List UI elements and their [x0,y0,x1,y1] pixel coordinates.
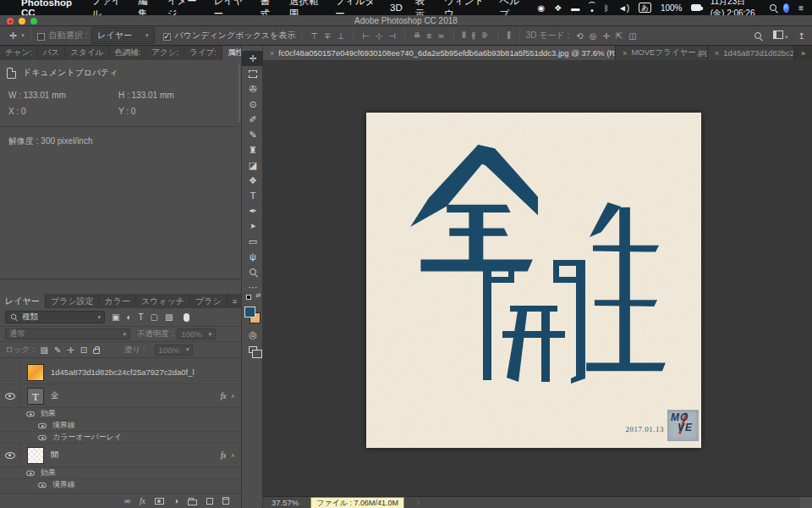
3d-camera-icon[interactable]: ◫ [628,31,636,41]
3d-roll-icon[interactable]: ◎ [590,31,597,41]
tab-layers[interactable]: レイヤー [0,294,46,308]
delete-layer-icon[interactable] [222,497,229,505]
filter-pixel-layers-icon[interactable]: ▣ [112,312,119,322]
layer-row-hidden-image[interactable]: 1d45a873d1d82bc24cf25a7927c2da0f_l [0,361,241,384]
effect-stroke-row[interactable]: 境界線 [0,420,241,432]
tab-overflow-icon[interactable]: » [794,46,812,60]
default-swap-colors-icon[interactable] [242,295,264,301]
filter-adjustment-layers-icon[interactable]: ◐ [126,312,131,322]
status-chevron-icon[interactable]: 〉 [416,497,425,508]
tool-preset-chevron-icon[interactable]: ▾ [21,32,25,39]
distribute-spacing-icon[interactable]: ⫼ [507,30,511,41]
new-group-icon[interactable] [188,500,197,505]
tab-paths[interactable]: パス [38,46,65,60]
lock-transparent-pixels-icon[interactable]: ▨ [40,345,47,355]
rectangular-marquee-tool[interactable] [242,66,264,81]
blend-mode-dropdown[interactable]: 通常▾ [5,329,130,340]
rectangle-tool[interactable]: ▭ [242,234,264,249]
layer-filter-dropdown[interactable]: 種類 ▾ [5,311,105,323]
align-vertical-centers-icon[interactable]: ∓ [324,31,331,41]
3d-orbit-icon[interactable]: ⟲ [576,31,583,41]
notification-center-icon[interactable]: ≡ [798,3,804,13]
effects-row[interactable]: 効果 [0,467,241,479]
panel-menu-icon[interactable]: ≡ [233,49,236,58]
lock-artboard-icon[interactable]: ⊡ [80,345,87,355]
spotlight-icon[interactable] [769,3,775,13]
auto-select-dropdown[interactable]: レイヤー▾ [91,27,154,44]
share-icon[interactable]: ↥ [798,31,805,41]
bounding-box-checkbox[interactable] [163,33,171,41]
move-tool-preset-icon[interactable]: ✛ [7,30,19,41]
layer-thumbnail[interactable] [27,447,44,464]
effect-stroke-row[interactable]: 境界線 [0,479,241,491]
document-canvas[interactable]: 2017.01.13 MO VE [366,113,701,448]
align-horizontal-centers-icon[interactable]: ⊹ [376,31,382,41]
distribute-bottom-icon[interactable]: ≍ [437,31,444,41]
file-size-indicator[interactable]: ファイル : 7.06M/41.0M [310,497,404,508]
siri-icon[interactable] [783,3,789,13]
search-icon[interactable] [754,31,763,41]
filter-shape-layers-icon[interactable]: ▢ [151,312,158,322]
align-top-edges-icon[interactable]: ⊤ [310,31,318,41]
edit-toolbar-icon[interactable]: ⋯ [242,279,264,295]
eye-icon[interactable] [38,422,47,428]
opacity-value[interactable]: 100%▾ [177,329,216,340]
creative-cloud-icon[interactable]: ◉ [537,3,545,13]
hand-tool[interactable]: ψ [242,249,264,264]
bluetooth-icon[interactable]: ᛒ [604,3,609,13]
link-layers-icon[interactable]: ∞ [124,496,130,505]
layer-row-zen[interactable]: T 全 fxᴧ [0,384,241,408]
visibility-toggle[interactable] [0,361,20,384]
lock-position-icon[interactable]: ✛ [67,345,74,355]
tab-libraries[interactable]: ライブ: [184,46,222,60]
layer-style-icon[interactable]: fx [140,497,145,505]
path-selection-tool[interactable]: ➤ [242,218,264,234]
3d-slide-icon[interactable]: ⇱ [616,31,623,41]
fill-value[interactable]: 100%▾ [155,345,194,356]
type-tool[interactable]: T [242,188,264,203]
layer-thumbnail[interactable] [27,364,44,381]
auto-select-checkbox[interactable] [37,33,45,41]
distribute-right-icon[interactable]: ⊪ [481,30,489,41]
eyedropper-tool[interactable]: ✐ [242,112,264,127]
document-tab-2[interactable]: × MOVEフライヤー.jpg [616,46,708,60]
zoom-tool[interactable] [242,264,264,279]
new-adjustment-layer-icon[interactable]: ◑ [173,496,178,505]
distribute-horizontal-centers-icon[interactable]: ⫵ [472,30,476,41]
eye-icon[interactable] [38,434,47,439]
wifi-icon[interactable] [589,4,595,12]
distribute-vertical-centers-icon[interactable]: ≡ [426,31,431,41]
menu-extra-icon[interactable]: ▬ [571,3,579,13]
eye-icon[interactable] [38,482,47,487]
effect-color-overlay-row[interactable]: カラーオーバーレイ [0,432,241,444]
3d-pan-icon[interactable]: ✛ [602,31,609,41]
document-tab-active[interactable]: × fc0cf48a050157e049cf6930108ee740_6da2e… [263,46,616,60]
quick-selection-tool[interactable]: ⊙ [242,97,264,112]
move-tool[interactable]: ✛ [242,51,264,66]
align-left-edges-icon[interactable]: ⊢ [362,31,370,41]
layer-filter-toggle[interactable] [184,313,189,322]
eye-icon[interactable] [26,470,35,475]
distribute-left-icon[interactable]: ⫴ [463,30,466,41]
pen-tool[interactable]: ✒ [242,203,264,218]
tab-actions[interactable]: アクシ: [146,46,184,60]
tab-adjustments[interactable]: 色調補: [109,46,146,60]
tab-swatches[interactable]: スウォッチ [136,294,190,308]
eraser-tool[interactable]: ◪ [242,157,264,173]
align-right-edges-icon[interactable]: ⊣ [388,31,396,41]
lock-all-icon[interactable] [93,349,100,354]
zoom-level-field[interactable]: 37.57% [272,498,299,507]
filter-type-layers-icon[interactable]: T [139,312,144,322]
tab-channels[interactable]: チャン: [0,46,38,60]
new-layer-icon[interactable] [206,498,213,505]
canvas-workspace[interactable]: 2017.01.13 MO VE [263,60,812,496]
effects-row[interactable]: 効果 [0,408,241,420]
menu-3d[interactable]: 3D [390,3,403,13]
input-source-icon[interactable]: あ [639,3,651,13]
tab-styles[interactable]: スタイル [65,46,109,60]
align-bottom-edges-icon[interactable]: ⊥ [337,31,344,41]
close-tab-icon[interactable]: × [270,49,274,58]
visibility-toggle[interactable] [0,384,20,407]
close-tab-icon[interactable]: × [623,49,627,58]
layer-fx-badge[interactable]: fxᴧ [221,451,234,460]
